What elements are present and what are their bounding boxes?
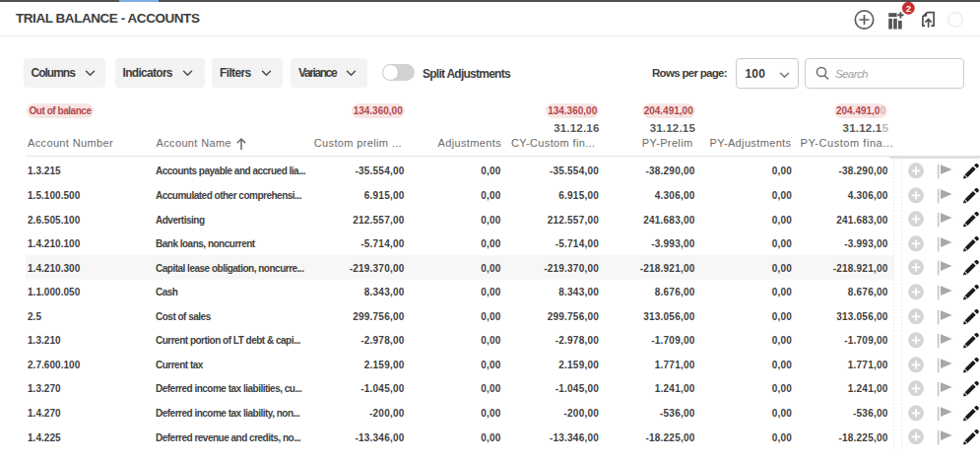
svg-text:2: 2 — [906, 3, 911, 14]
